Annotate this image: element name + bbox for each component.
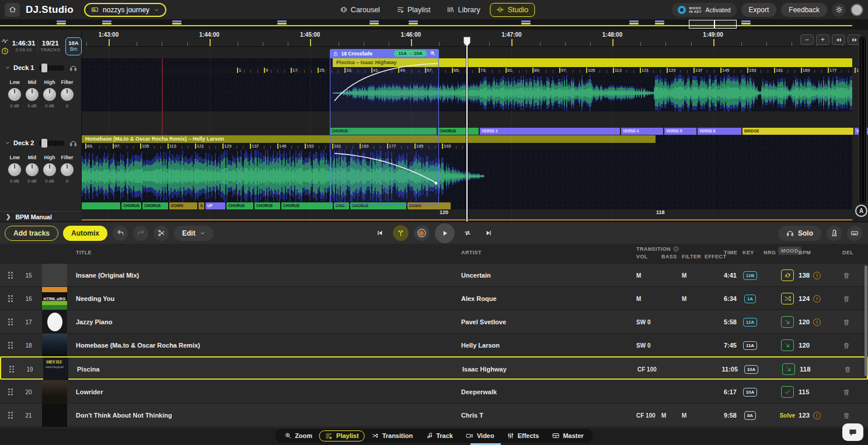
- track-title[interactable]: Insane (Original Mix): [76, 264, 139, 287]
- knob-dial[interactable]: [8, 163, 21, 176]
- jump-playhead-button[interactable]: [393, 225, 409, 241]
- delete-button[interactable]: [843, 380, 852, 404]
- edit-dropdown[interactable]: Edit: [174, 226, 214, 241]
- mood-button[interactable]: Solve: [779, 404, 796, 427]
- drag-handle[interactable]: [8, 404, 15, 427]
- mixed-in-key-badge[interactable]: MIXEDIN KEY Activated: [672, 3, 737, 17]
- timeline[interactable]: 1:43:001:44:001:45:001:46:001:47:001:48:…: [82, 30, 868, 222]
- delete-button[interactable]: [843, 287, 852, 310]
- mood-button[interactable]: [779, 287, 796, 310]
- drag-handle[interactable]: [8, 380, 15, 404]
- drag-handle[interactable]: [8, 310, 15, 334]
- col-bass[interactable]: BASS: [661, 254, 677, 260]
- track-title[interactable]: Jazzy Piano: [76, 310, 112, 334]
- mood-button[interactable]: [779, 334, 796, 357]
- bpm-warning-icon[interactable]: !: [813, 404, 822, 427]
- track-title[interactable]: Don't Think About Not Thinking: [76, 404, 172, 427]
- redo-button[interactable]: [133, 226, 148, 241]
- col-vol[interactable]: VOL: [636, 254, 648, 260]
- col-del[interactable]: DEL: [842, 250, 853, 255]
- mood-button[interactable]: [779, 264, 796, 287]
- table-row[interactable]: 15Insane (Original Mix)UncertainMM4:4112…: [0, 263, 868, 286]
- skip-end-button[interactable]: [481, 225, 497, 241]
- transition-vol[interactable]: M: [636, 264, 641, 287]
- knob-dial[interactable]: [26, 88, 39, 101]
- track-title[interactable]: Needing You: [76, 287, 114, 310]
- bpm-warning-icon[interactable]: !: [813, 264, 822, 287]
- transition-filter[interactable]: M: [682, 264, 686, 287]
- transition-filter[interactable]: M: [682, 404, 686, 427]
- automix-button[interactable]: Automix: [63, 226, 107, 241]
- cut-button[interactable]: [154, 226, 169, 241]
- transition-vol[interactable]: CF 100: [636, 404, 656, 427]
- transition-filter[interactable]: M: [682, 287, 686, 310]
- home-button[interactable]: [5, 3, 20, 17]
- chevron-down-icon[interactable]: [5, 140, 11, 146]
- col-effect[interactable]: EFFECT: [705, 254, 726, 260]
- chat-button[interactable]: [842, 423, 863, 441]
- add-tracks-button[interactable]: Add tracks: [5, 226, 58, 241]
- bpm-warning-icon[interactable]: !: [813, 287, 822, 310]
- delete-button[interactable]: [843, 264, 852, 287]
- col-time[interactable]: TIME: [724, 250, 737, 255]
- col-title[interactable]: TITLE: [76, 250, 92, 255]
- col-filter[interactable]: FILTER: [682, 254, 701, 260]
- transition-bass[interactable]: M: [661, 404, 666, 427]
- col-key[interactable]: KEY: [742, 250, 754, 255]
- scroll-left-button[interactable]: [832, 34, 845, 45]
- minimap[interactable]: [0, 19, 868, 30]
- knob-dial[interactable]: [43, 163, 56, 176]
- solo-button[interactable]: Solo: [778, 226, 821, 241]
- bpm-manual-section[interactable]: ❯ BPM Manual: [0, 211, 82, 222]
- feedback-button[interactable]: Feedback: [781, 3, 827, 17]
- col-mood[interactable]: MOOD: [778, 248, 801, 254]
- bottom-tab-playlist[interactable]: Playlist: [319, 430, 365, 442]
- bottom-tab-master[interactable]: Master: [546, 430, 589, 441]
- deck-volume-slider[interactable]: [39, 65, 64, 71]
- nav-studio[interactable]: Studio: [490, 3, 535, 17]
- skip-start-button[interactable]: [372, 225, 388, 241]
- bottom-tab-track[interactable]: Track: [420, 430, 459, 441]
- col-artist[interactable]: ARTIST: [461, 250, 482, 255]
- bottom-tab-zoom[interactable]: Zoom: [278, 430, 318, 441]
- col-transition[interactable]: TRANSITION: [636, 246, 679, 252]
- nav-playlist[interactable]: Playlist: [390, 3, 437, 17]
- track-title[interactable]: Piscina: [77, 358, 100, 381]
- shortcuts-button[interactable]: [847, 226, 862, 241]
- metronome-button[interactable]: [827, 226, 842, 241]
- headphones-icon[interactable]: [69, 139, 77, 147]
- slider-thumb[interactable]: [41, 64, 47, 72]
- delete-button[interactable]: [843, 334, 852, 357]
- knob-dial[interactable]: [26, 163, 39, 176]
- play-button[interactable]: [435, 223, 455, 243]
- drag-handle[interactable]: [8, 264, 15, 287]
- mood-button[interactable]: [779, 380, 796, 404]
- record-button[interactable]: [414, 225, 430, 241]
- slider-thumb[interactable]: [41, 139, 47, 148]
- table-row[interactable]: 18Homebase (Ma.to & Oscar Rocha Remix)He…: [0, 333, 868, 356]
- nav-carousel[interactable]: Carousel: [333, 3, 386, 17]
- loop-button[interactable]: [460, 225, 476, 241]
- headphones-icon[interactable]: [69, 64, 77, 72]
- zoom-in-button[interactable]: +: [816, 34, 829, 45]
- transition-vol[interactable]: SW 0: [636, 334, 650, 357]
- table-row[interactable]: 20LowriderDeeperwalk6:1710A115: [0, 380, 868, 403]
- transition-vol[interactable]: SW 0: [636, 310, 650, 334]
- bpm-warning-icon[interactable]: !: [813, 310, 822, 334]
- knob-dial[interactable]: [61, 163, 74, 176]
- table-row[interactable]: 21Don't Think About Not ThinkingChris TC…: [0, 403, 868, 426]
- delete-button[interactable]: [843, 310, 852, 334]
- drag-handle[interactable]: [9, 358, 16, 381]
- bottom-tab-effects[interactable]: Effects: [501, 430, 545, 441]
- track-title[interactable]: Lowrider: [76, 380, 103, 404]
- settings-button[interactable]: [832, 3, 846, 17]
- minimap-viewport[interactable]: [689, 20, 737, 29]
- undo-button[interactable]: [113, 226, 128, 241]
- table-scrollbar[interactable]: [864, 265, 867, 376]
- mood-button[interactable]: [779, 310, 796, 334]
- drag-handle[interactable]: [8, 287, 15, 310]
- avatar[interactable]: [850, 3, 863, 16]
- chevron-down-icon[interactable]: [5, 65, 11, 71]
- zoom-out-button[interactable]: −: [800, 34, 814, 45]
- col-bpm[interactable]: BPM: [799, 250, 811, 255]
